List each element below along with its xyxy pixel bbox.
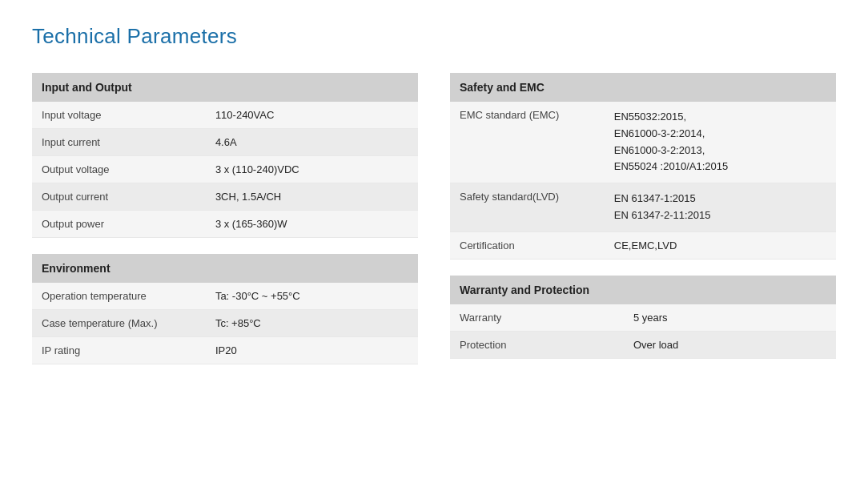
environment-section: Environment Operation temperatureTa: -30… <box>32 254 418 364</box>
row-label: Certification <box>450 231 605 259</box>
row-value: IP20 <box>206 337 418 364</box>
warranty-table: Warranty and Protection Warranty5 yearsP… <box>450 276 836 359</box>
warranty-header: Warranty and Protection <box>450 276 836 304</box>
safety-emc-section: Safety and EMC EMC standard (EMC)EN55032… <box>450 73 836 260</box>
row-label: Output power <box>32 211 206 238</box>
table-row: CertificationCE,EMC,LVD <box>450 231 836 259</box>
table-row: Output power3 x (165-360)W <box>32 211 418 238</box>
row-label: Warranty <box>450 304 624 332</box>
left-column: Input and Output Input voltage110-240VAC… <box>32 73 418 364</box>
row-value: 3CH, 1.5A/CH <box>206 183 418 211</box>
environment-table: Environment Operation temperatureTa: -30… <box>32 254 418 364</box>
row-label: IP rating <box>32 337 206 364</box>
row-value: 3 x (165-360)W <box>206 211 418 238</box>
input-output-table: Input and Output Input voltage110-240VAC… <box>32 73 418 238</box>
row-value: EN 61347-1:2015EN 61347-2-11:2015 <box>605 183 836 232</box>
table-row: IP ratingIP20 <box>32 337 418 364</box>
environment-header: Environment <box>32 254 418 283</box>
row-value: EN55032:2015,EN61000-3-2:2014,EN61000-3-… <box>605 102 836 183</box>
row-label: Operation temperature <box>32 283 206 310</box>
table-row: Output voltage3 x (110-240)VDC <box>32 156 418 183</box>
row-label: Output voltage <box>32 156 206 183</box>
row-value: Tc: +85°C <box>206 310 418 337</box>
row-label: Output current <box>32 183 206 211</box>
row-value: 5 years <box>624 304 836 332</box>
row-value: 4.6A <box>206 129 418 156</box>
row-value: 110-240VAC <box>206 102 418 129</box>
table-row: Safety standard(LVD)EN 61347-1:2015EN 61… <box>450 183 836 232</box>
safety-emc-table: Safety and EMC EMC standard (EMC)EN55032… <box>450 73 836 260</box>
right-column: Safety and EMC EMC standard (EMC)EN55032… <box>450 73 836 364</box>
safety-emc-header: Safety and EMC <box>450 73 836 102</box>
row-value: 3 x (110-240)VDC <box>206 156 418 183</box>
table-row: ProtectionOver load <box>450 331 836 358</box>
table-row: Operation temperatureTa: -30°C ~ +55°C <box>32 283 418 310</box>
row-label: Safety standard(LVD) <box>450 183 605 232</box>
input-output-header: Input and Output <box>32 73 418 102</box>
table-row: Input voltage110-240VAC <box>32 102 418 129</box>
tables-grid: Input and Output Input voltage110-240VAC… <box>32 73 836 364</box>
row-value: Ta: -30°C ~ +55°C <box>206 283 418 310</box>
table-row: Output current3CH, 1.5A/CH <box>32 183 418 211</box>
table-row: Warranty5 years <box>450 304 836 332</box>
table-row: EMC standard (EMC)EN55032:2015,EN61000-3… <box>450 102 836 183</box>
row-label: Protection <box>450 331 624 358</box>
page-title: Technical Parameters <box>32 24 836 49</box>
row-label: EMC standard (EMC) <box>450 102 605 183</box>
row-label: Input current <box>32 129 206 156</box>
row-label: Input voltage <box>32 102 206 129</box>
row-label: Case temperature (Max.) <box>32 310 206 337</box>
table-row: Case temperature (Max.)Tc: +85°C <box>32 310 418 337</box>
table-row: Input current4.6A <box>32 129 418 156</box>
warranty-section: Warranty and Protection Warranty5 yearsP… <box>450 276 836 359</box>
row-value: Over load <box>624 331 836 358</box>
row-value: CE,EMC,LVD <box>605 231 836 259</box>
input-output-section: Input and Output Input voltage110-240VAC… <box>32 73 418 238</box>
